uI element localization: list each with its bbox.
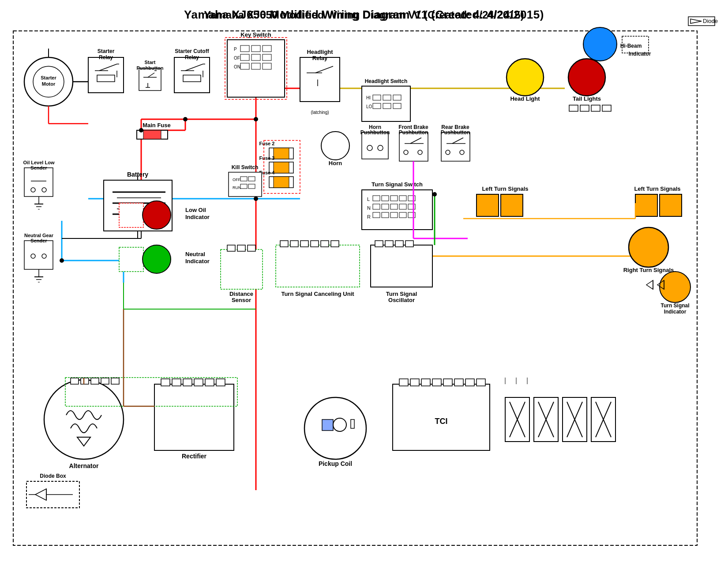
svg-rect-285 — [101, 378, 109, 384]
svg-rect-105 — [143, 130, 161, 139]
svg-text:Starter: Starter — [41, 75, 56, 80]
svg-point-118 — [42, 188, 46, 192]
svg-text:L: L — [367, 196, 370, 202]
svg-marker-210 — [646, 280, 653, 289]
svg-rect-69 — [263, 54, 271, 60]
svg-text:HI: HI — [366, 95, 371, 100]
svg-rect-223 — [280, 241, 288, 247]
svg-text:Pushbutton: Pushbutton — [399, 129, 428, 136]
svg-point-117 — [31, 188, 35, 192]
svg-text:Pushbutton: Pushbutton — [136, 65, 163, 71]
svg-rect-193 — [390, 204, 398, 209]
svg-text:Turn Signal Switch: Turn Signal Switch — [372, 181, 423, 188]
svg-point-154 — [404, 150, 408, 155]
svg-rect-156 — [441, 132, 470, 161]
svg-text:Starter: Starter — [98, 48, 115, 54]
svg-rect-198 — [390, 212, 398, 218]
svg-point-142 — [321, 132, 349, 160]
svg-rect-190 — [408, 196, 415, 201]
svg-point-302 — [60, 258, 64, 263]
svg-text:Key Switch: Key Switch — [240, 31, 271, 38]
svg-rect-149 — [399, 132, 428, 161]
svg-point-97 — [568, 59, 605, 96]
svg-rect-192 — [382, 204, 389, 209]
svg-point-91 — [583, 27, 617, 61]
svg-point-95 — [507, 59, 544, 96]
svg-rect-164 — [274, 148, 289, 159]
svg-rect-144 — [362, 132, 388, 159]
svg-rect-264 — [432, 379, 441, 386]
svg-text:Kill Switch: Kill Switch — [232, 164, 259, 170]
svg-text:Diode: Diode — [703, 18, 718, 24]
svg-rect-66 — [263, 45, 271, 52]
svg-point-139 — [143, 245, 171, 273]
svg-rect-99 — [569, 105, 578, 111]
svg-text:LO: LO — [366, 104, 372, 109]
svg-text:Low Oil: Low Oil — [185, 207, 206, 213]
svg-text:TCI: TCI — [435, 417, 448, 426]
svg-rect-265 — [443, 379, 452, 386]
svg-rect-195 — [408, 204, 415, 209]
svg-text:Rectifier: Rectifier — [182, 453, 207, 460]
svg-rect-228 — [331, 241, 339, 247]
svg-text:Turn Signal: Turn Signal — [386, 291, 417, 297]
svg-text:Yamaha XJ650 Modified Wiring D: Yamaha XJ650 Modified Wiring Diagram V1 … — [204, 9, 524, 21]
svg-rect-67 — [240, 54, 249, 60]
svg-rect-138 — [119, 247, 143, 272]
svg-rect-266 — [454, 379, 463, 386]
svg-point-155 — [418, 150, 422, 155]
svg-text:Oil Level Low: Oil Level Low — [23, 160, 55, 165]
svg-text:Starter Cutoff: Starter Cutoff — [175, 48, 209, 54]
svg-text:Diode Box: Diode Box — [40, 473, 66, 479]
svg-text:Sensor: Sensor — [232, 297, 251, 303]
svg-text:P: P — [234, 47, 237, 52]
svg-point-256 — [333, 418, 346, 431]
svg-rect-88 — [373, 103, 381, 109]
svg-rect-219 — [248, 245, 255, 251]
svg-text:R: R — [367, 214, 371, 219]
svg-rect-178 — [248, 177, 255, 181]
svg-text:(latching): (latching) — [311, 110, 329, 115]
svg-rect-191 — [373, 204, 380, 209]
svg-text:Relay: Relay — [185, 54, 199, 60]
svg-point-147 — [367, 145, 372, 151]
svg-rect-230 — [371, 245, 432, 287]
svg-rect-249 — [172, 379, 181, 386]
svg-text:Indicator: Indicator — [664, 309, 687, 315]
svg-point-148 — [378, 145, 383, 151]
svg-rect-68 — [251, 54, 260, 60]
svg-rect-189 — [399, 196, 406, 201]
svg-rect-100 — [580, 105, 589, 111]
svg-rect-255 — [322, 419, 333, 431]
svg-text:Pushbutton: Pushbutton — [441, 129, 470, 136]
svg-text:Sender: Sender — [30, 165, 47, 170]
svg-point-126 — [143, 201, 171, 229]
svg-text:Headlight: Headlight — [307, 49, 333, 55]
svg-rect-252 — [205, 379, 214, 386]
svg-point-161 — [446, 150, 450, 155]
svg-rect-71 — [251, 63, 260, 69]
svg-text:Head Light: Head Light — [510, 95, 540, 102]
svg-rect-200 — [408, 212, 415, 218]
svg-text:Hi-Beam: Hi-Beam — [620, 43, 642, 49]
svg-point-303 — [432, 192, 437, 196]
svg-rect-197 — [382, 212, 389, 218]
svg-point-131 — [42, 254, 46, 258]
svg-rect-224 — [290, 241, 298, 247]
svg-text:Left Turn Signals: Left Turn Signals — [634, 185, 680, 192]
svg-rect-284 — [91, 378, 99, 384]
svg-point-243 — [44, 380, 124, 459]
svg-text:Neutral: Neutral — [185, 251, 205, 257]
svg-text:Distance: Distance — [229, 291, 253, 297]
svg-text:Start: Start — [144, 60, 155, 65]
svg-rect-65 — [251, 45, 260, 52]
svg-rect-64 — [240, 45, 249, 52]
svg-rect-225 — [300, 241, 308, 247]
svg-text:Fuse 3: Fuse 3 — [259, 155, 275, 161]
svg-rect-261 — [399, 379, 408, 386]
svg-rect-216 — [221, 249, 263, 289]
svg-point-162 — [460, 150, 464, 155]
svg-rect-89 — [383, 103, 391, 109]
svg-text:OFF: OFF — [233, 178, 240, 182]
svg-rect-250 — [183, 379, 192, 386]
